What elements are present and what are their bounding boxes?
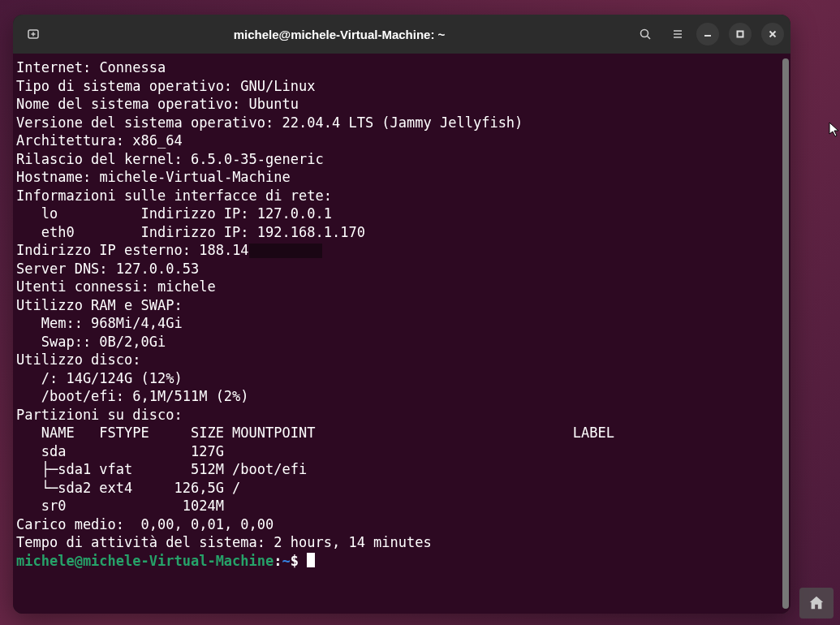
prompt-colon: : bbox=[274, 553, 282, 569]
part-sda: sda 127G bbox=[16, 443, 224, 459]
part-header: Partizioni su disco: bbox=[16, 407, 183, 423]
part-cols: NAME FSTYPE SIZE MOUNTPOINT LABEL bbox=[16, 425, 614, 441]
new-tab-icon bbox=[27, 28, 40, 41]
minimize-icon bbox=[703, 29, 713, 39]
svg-rect-9 bbox=[738, 32, 743, 37]
part-sda1: ├─sda1 vfat 512M /boot/efi bbox=[16, 461, 307, 477]
mem-line: Mem:: 968Mi/4,4Gi bbox=[16, 315, 183, 331]
netif-header: Informazioni sulle interfacce di rete: bbox=[16, 188, 332, 204]
part-sda2: └─sda2 ext4 126,5G / bbox=[16, 480, 240, 496]
home-icon bbox=[808, 594, 825, 612]
ram-header: Utilizzo RAM e SWAP: bbox=[16, 297, 183, 313]
terminal-cursor bbox=[307, 553, 315, 567]
close-icon bbox=[768, 29, 778, 39]
netif-eth0: eth0 Indirizzo IP: 192.168.1.170 bbox=[16, 224, 365, 240]
search-icon bbox=[639, 28, 652, 41]
netif-lo: lo Indirizzo IP: 127.0.0.1 bbox=[16, 205, 332, 222]
terminal-window: michele@michele-Virtual-Machine: ~ bbox=[13, 15, 790, 614]
titlebar: michele@michele-Virtual-Machine: ~ bbox=[13, 15, 790, 54]
disk-header: Utilizzo disco: bbox=[16, 351, 141, 368]
home-overlay-button[interactable] bbox=[799, 588, 834, 619]
window-title: michele@michele-Virtual-Machine: ~ bbox=[52, 28, 627, 41]
scrollbar[interactable] bbox=[781, 58, 789, 609]
prompt-user-host: michele@michele-Virtual-Machine bbox=[16, 553, 274, 569]
prompt-dollar: $ bbox=[291, 553, 307, 569]
maximize-button[interactable] bbox=[729, 23, 752, 45]
minimize-button[interactable] bbox=[696, 23, 719, 45]
kernel-line: Rilascio del kernel: 6.5.0-35-generic bbox=[16, 151, 324, 167]
os-version-line: Versione del sistema operativo: 22.04.4 … bbox=[16, 114, 523, 131]
uptime-line: Tempo di attività del sistema: 2 hours, … bbox=[16, 534, 432, 550]
menu-button[interactable] bbox=[664, 20, 691, 48]
hostname-line: Hostname: michele-Virtual-Machine bbox=[16, 169, 291, 185]
part-sr0: sr0 1024M bbox=[16, 498, 224, 514]
dns-line: Server DNS: 127.0.0.53 bbox=[16, 261, 199, 277]
disk-root: /: 14G/124G (12%) bbox=[16, 370, 183, 386]
internet-line: Internet: Connessa bbox=[16, 59, 166, 75]
terminal-output[interactable]: Internet: Connessa Tipo di sistema opera… bbox=[13, 54, 790, 614]
mouse-cursor-icon bbox=[829, 122, 840, 138]
new-tab-button[interactable] bbox=[19, 20, 47, 48]
scrollbar-thumb[interactable] bbox=[782, 58, 789, 609]
close-button[interactable] bbox=[761, 23, 784, 45]
prompt-line[interactable]: michele@michele-Virtual-Machine:~$ bbox=[16, 553, 315, 569]
svg-point-3 bbox=[641, 30, 648, 37]
os-name-line: Nome del sistema operativo: Ubuntu bbox=[16, 96, 299, 112]
arch-line: Architettura: x86_64 bbox=[16, 132, 183, 149]
load-line: Carico medio: 0,00, 0,01, 0,00 bbox=[16, 516, 274, 532]
redacted-ip bbox=[249, 244, 322, 258]
extip-line: Indirizzo IP esterno: 188.14 bbox=[16, 242, 322, 258]
users-line: Utenti connessi: michele bbox=[16, 278, 216, 295]
prompt-path: ~ bbox=[282, 553, 291, 569]
os-type-line: Tipo di sistema operativo: GNU/Linux bbox=[16, 78, 315, 94]
disk-boot: /boot/efi: 6,1M/511M (2%) bbox=[16, 388, 249, 404]
search-button[interactable] bbox=[631, 20, 659, 48]
hamburger-icon bbox=[671, 28, 684, 41]
svg-line-4 bbox=[648, 37, 651, 40]
swap-line: Swap:: 0B/2,0Gi bbox=[16, 334, 166, 350]
maximize-icon bbox=[735, 29, 745, 39]
